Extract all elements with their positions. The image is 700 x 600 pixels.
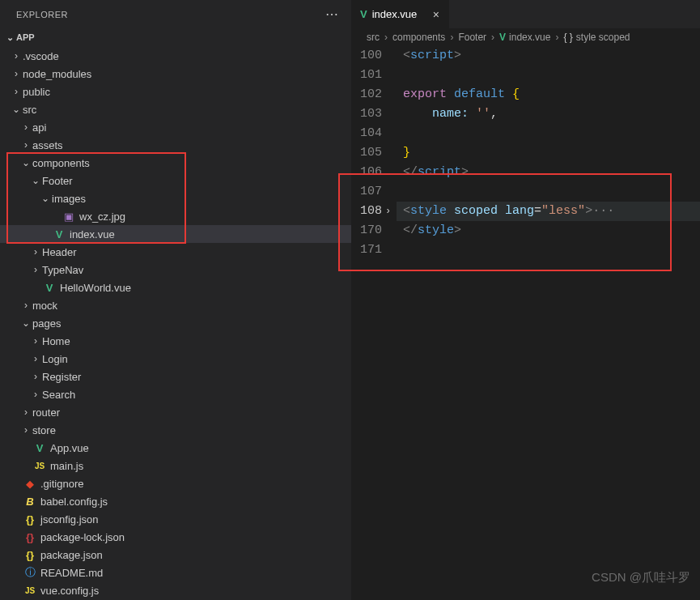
chevron-right-icon[interactable]: › <box>29 264 42 275</box>
folder-item[interactable]: ›Search <box>0 385 351 403</box>
breadcrumb-item[interactable]: components <box>392 32 445 43</box>
item-label: src <box>23 104 36 116</box>
file-item[interactable]: {}package.json <box>0 546 351 564</box>
code-line[interactable]: name: '', <box>397 104 700 124</box>
fold-icon[interactable]: › <box>385 202 391 221</box>
breadcrumb-item[interactable]: src <box>367 32 380 43</box>
file-type-icon: B <box>23 496 37 508</box>
folder-item[interactable]: ›Register <box>0 368 351 385</box>
folder-item[interactable]: ›router <box>0 403 351 421</box>
item-label: TypeNav <box>42 264 83 276</box>
breadcrumbs[interactable]: src› components› Footer› Vindex.vue› { }… <box>352 28 700 46</box>
file-type-icon: ⓘ <box>23 565 37 580</box>
folder-item[interactable]: ›node_modules <box>0 65 351 83</box>
item-label: pages <box>32 317 61 330</box>
item-label: package-lock.json <box>40 531 125 543</box>
folder-item[interactable]: ⌄components <box>0 154 351 172</box>
item-label: .gitignore <box>40 478 83 490</box>
line-number: 100 <box>352 46 382 66</box>
file-item[interactable]: VHelloWorld.vue <box>0 279 351 296</box>
folder-item[interactable]: ⌄Footer <box>0 172 351 189</box>
code-line[interactable]: <script> <box>397 46 700 66</box>
chevron-right-icon[interactable]: › <box>29 371 42 382</box>
tab-index-vue[interactable]: V index.vue × <box>352 0 449 28</box>
chevron-right-icon[interactable]: › <box>19 300 32 311</box>
chevron-right-icon[interactable]: › <box>29 353 42 364</box>
line-number: 102 <box>352 85 382 104</box>
chevron-down-icon[interactable]: ⌄ <box>29 175 42 186</box>
item-label: router <box>32 406 60 419</box>
chevron-right-icon[interactable]: › <box>29 246 42 257</box>
folder-item[interactable]: ›Home <box>0 332 351 350</box>
chevron-right-icon[interactable]: › <box>19 424 32 436</box>
file-item[interactable]: JSmain.js <box>0 457 351 474</box>
item-label: .vscode <box>23 50 59 62</box>
file-item[interactable]: ◆.gitignore <box>0 474 351 492</box>
chevron-right-icon[interactable]: › <box>29 389 42 400</box>
more-actions-icon[interactable]: ⋯ <box>322 6 342 22</box>
folder-item[interactable]: ›TypeNav <box>0 261 351 279</box>
breadcrumb-item[interactable]: Footer <box>458 32 486 43</box>
folder-item[interactable]: ›Header <box>0 243 351 261</box>
chevron-right-icon[interactable]: › <box>10 68 23 79</box>
folder-item[interactable]: ›.vscode <box>0 47 351 65</box>
folder-item[interactable]: ›Login <box>0 350 351 368</box>
folder-item[interactable]: ›assets <box>0 136 351 154</box>
line-number: 104 <box>352 124 382 143</box>
code-line[interactable]: export default { <box>397 85 700 104</box>
line-number-gutter: 100101102103104105106107108170171 <box>352 46 397 600</box>
chevron-right-icon: › <box>555 32 558 43</box>
item-label: store <box>32 424 56 436</box>
chevron-right-icon[interactable]: › <box>19 121 32 133</box>
file-item[interactable]: Bbabel.config.js <box>0 492 351 510</box>
code-content[interactable]: <script> export default { name: '', } </… <box>397 46 700 600</box>
chevron-right-icon[interactable]: › <box>10 86 23 97</box>
chevron-right-icon[interactable]: › <box>10 50 23 62</box>
line-number: 171 <box>352 240 382 260</box>
folder-item[interactable]: ⌄images <box>0 189 351 207</box>
chevron-right-icon[interactable]: › <box>29 335 42 347</box>
file-item[interactable]: {}jsconfig.json <box>0 510 351 528</box>
code-editor[interactable]: 100101102103104105106107108170171 <scrip… <box>352 46 700 600</box>
chevron-down-icon[interactable]: ⌄ <box>19 157 32 168</box>
file-type-icon: {} <box>23 531 37 543</box>
code-line[interactable] <box>397 66 700 85</box>
file-type-icon: V <box>32 442 47 454</box>
code-line[interactable] <box>397 240 700 260</box>
file-item[interactable]: VApp.vue <box>0 439 351 457</box>
breadcrumb-item[interactable]: index.vue <box>509 32 550 43</box>
close-icon[interactable]: × <box>431 8 441 21</box>
file-tree: ›.vscode›node_modules›public⌄src›api›ass… <box>0 46 351 600</box>
chevron-down-icon[interactable]: ⌄ <box>39 193 52 204</box>
file-type-icon: ▣ <box>62 211 76 223</box>
code-line[interactable]: } <box>397 143 700 163</box>
line-number: 107 <box>352 182 382 202</box>
item-label: wx_cz.jpg <box>79 211 125 223</box>
code-line[interactable]: </style> <box>397 221 700 240</box>
project-section-header[interactable]: ⌄ APP <box>0 28 351 46</box>
code-line[interactable] <box>397 124 700 143</box>
code-line[interactable]: </script> <box>397 163 700 182</box>
breadcrumb-item[interactable]: style scoped <box>576 32 630 43</box>
line-number: 170 <box>352 221 382 240</box>
chevron-down-icon[interactable]: ⌄ <box>10 104 23 115</box>
file-item[interactable]: {}package-lock.json <box>0 528 351 546</box>
folder-item[interactable]: ⌄pages <box>0 314 351 332</box>
item-label: assets <box>32 139 63 151</box>
file-item[interactable]: Vindex.vue <box>0 225 351 243</box>
chevron-down-icon[interactable]: ⌄ <box>19 317 32 329</box>
item-label: main.js <box>50 460 83 472</box>
chevron-right-icon[interactable]: › <box>19 139 32 151</box>
file-item[interactable]: ▣wx_cz.jpg <box>0 207 351 225</box>
chevron-right-icon[interactable]: › <box>19 406 32 418</box>
file-type-icon: ◆ <box>23 478 37 490</box>
code-line[interactable] <box>397 182 700 202</box>
folder-item[interactable]: ›public <box>0 83 351 100</box>
file-item[interactable]: JSvue.config.js <box>0 581 351 599</box>
folder-item[interactable]: ⌄src <box>0 100 351 118</box>
code-line[interactable]: ›<style scoped lang="less">··· <box>397 202 700 221</box>
folder-item[interactable]: ›store <box>0 421 351 439</box>
folder-item[interactable]: ›api <box>0 118 351 136</box>
folder-item[interactable]: ›mock <box>0 296 351 314</box>
file-item[interactable]: ⓘREADME.md <box>0 564 351 581</box>
